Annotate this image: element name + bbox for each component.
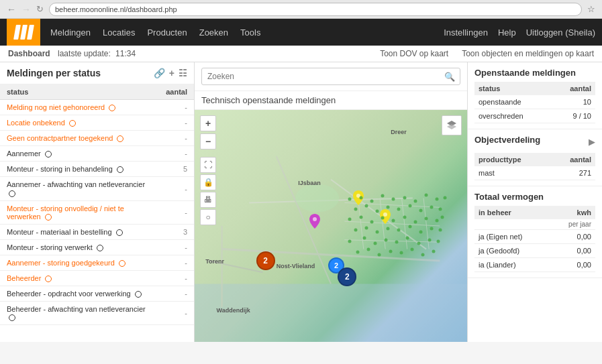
obj-col-aantal: aantal — [551, 153, 595, 166]
map-title: Technisch openstaande meldingen — [195, 91, 467, 110]
toon-objecten-link[interactable]: Toon objecten en meldingen op kaart — [462, 49, 594, 58]
status-label: Aannemer - afwachting van netleverancier — [0, 177, 159, 200]
map-dot — [403, 215, 406, 219]
status-value: 5 — [159, 162, 194, 177]
map-dot — [385, 238, 388, 241]
toon-dov-link[interactable]: Toon DOV op kaart — [380, 49, 448, 58]
status-value: - — [159, 200, 194, 224]
cluster-red[interactable]: 2 — [256, 251, 275, 270]
map-dot — [403, 196, 406, 199]
open-col-status: status — [474, 82, 552, 95]
zoom-out-button[interactable]: − — [200, 133, 216, 149]
map-dot — [354, 207, 357, 210]
nav-right: Instellingen Help Uitloggen (Sheila) — [444, 27, 595, 38]
status-label: Monteur - storing verwerkt — [0, 239, 159, 255]
nav-locaties[interactable]: Locaties — [103, 27, 135, 38]
map-dot — [397, 229, 401, 232]
green-dots-area — [344, 191, 453, 272]
nav-uitloggen[interactable]: Uitloggen (Sheila) — [526, 27, 595, 38]
col-status: status — [0, 84, 159, 100]
table-row: Beheerder - — [0, 270, 194, 286]
svg-marker-16 — [447, 124, 456, 129]
url-input[interactable] — [49, 3, 582, 16]
status-label: Beheerder — [0, 270, 159, 286]
layer-button[interactable] — [442, 115, 462, 135]
refresh-icon[interactable]: ↻ — [36, 4, 44, 14]
status-value: - — [159, 255, 194, 270]
tv-col-in-beheer: in beheer — [474, 206, 559, 219]
map-background: Dreer IJsbaan Torenr Waddendijk Nost-Vli… — [195, 110, 467, 342]
map-dot — [376, 210, 379, 213]
svg-point-17 — [313, 217, 317, 221]
last-update-label: laatste update: — [58, 49, 111, 58]
openstaande-table: status aantal openstaande10overschreden9… — [474, 82, 595, 123]
search-star-icon[interactable]: ☆ — [587, 4, 595, 14]
map-dot — [348, 218, 352, 221]
table-row: ja (Gedoofd)0,00 — [474, 244, 595, 258]
tv-value: 0,00 — [559, 258, 595, 272]
objectverdeling-title: Objectverdeling — [474, 135, 540, 145]
table-row: Aannemer - — [0, 146, 194, 162]
svg-point-7 — [295, 184, 339, 213]
status-label: Aannemer - storing goedgekeurd — [0, 255, 159, 270]
print-button[interactable]: 🖶 — [200, 192, 216, 208]
svg-rect-0 — [195, 284, 467, 343]
map-dot — [359, 215, 362, 219]
map-dot — [367, 248, 370, 251]
table-row: Monteur - storing in behandeling 5 — [0, 162, 194, 177]
map-dot — [397, 207, 401, 210]
map-dot — [362, 237, 366, 240]
link-icon[interactable]: 🔗 — [154, 68, 165, 78]
left-panel-title: Meldingen per status — [7, 68, 101, 78]
status-label: Beheerder - opdracht voor verwerking — [0, 286, 159, 302]
add-icon[interactable]: + — [169, 68, 174, 78]
tv-sub-label: per jaar — [474, 219, 595, 230]
status-value: - — [159, 100, 194, 115]
status-value: - — [159, 270, 194, 286]
map-dot — [430, 227, 434, 230]
map-dot — [425, 194, 428, 197]
left-panel-icons: 🔗 + ☷ — [154, 68, 187, 78]
search-input[interactable] — [201, 68, 460, 85]
map-controls: + − — [200, 115, 216, 149]
last-update-time: 11:34 — [115, 49, 136, 58]
map-dot — [373, 241, 377, 245]
table-row: ja (Eigen net)0,00 — [474, 230, 595, 244]
svg-line-3 — [277, 156, 331, 284]
status-value: - — [159, 177, 194, 200]
table-row: ia (Liander)0,00 — [474, 258, 595, 272]
map-dot — [410, 248, 413, 251]
obj-col-producttype: producttype — [474, 153, 551, 166]
logo-bar-3 — [27, 25, 34, 40]
map-dot — [392, 219, 395, 222]
map-dot — [408, 225, 411, 229]
table-row: Aannemer - storing goedgekeurd - — [0, 255, 194, 270]
top-navigation: Meldingen Locaties Producten Zoeken Tool… — [0, 19, 602, 46]
table-row: Aannemer - afwachting van netleverancier… — [0, 177, 194, 200]
back-icon[interactable]: ← — [7, 4, 16, 15]
zoom-in-button[interactable]: + — [200, 115, 216, 131]
objectverdeling-arrow[interactable]: ▶ — [589, 137, 595, 147]
nav-tools[interactable]: Tools — [240, 27, 260, 38]
map-dot — [387, 227, 390, 230]
table-row: Beheerder - afwachting van netleverancie… — [0, 302, 194, 325]
lock-button[interactable]: 🔒 — [200, 174, 216, 190]
nav-help[interactable]: Help — [498, 27, 516, 38]
nav-zoeken[interactable]: Zoeken — [199, 27, 228, 38]
map-dot — [428, 238, 431, 241]
map-container[interactable]: Dreer IJsbaan Torenr Waddendijk Nost-Vli… — [195, 110, 467, 342]
map-dot — [413, 199, 417, 202]
openstaande-meldingen-section: Openstaande meldingen status aantal open… — [468, 62, 602, 129]
nav-producten[interactable]: Producten — [147, 27, 187, 38]
open-status-label: openstaande — [474, 95, 552, 109]
fullscreen-button[interactable]: ⛶ — [200, 157, 216, 173]
nav-meldingen[interactable]: Meldingen — [50, 27, 91, 38]
grid-icon[interactable]: ☷ — [179, 68, 187, 78]
status-value: - — [159, 115, 194, 131]
subheader-links: Toon DOV op kaart Toon objecten en meldi… — [380, 49, 594, 58]
forward-icon[interactable]: → — [21, 4, 31, 15]
location-button[interactable]: ○ — [200, 209, 216, 225]
right-panel: Openstaande meldingen status aantal open… — [468, 62, 602, 342]
nav-instellingen[interactable]: Instellingen — [444, 27, 488, 38]
map-dot — [356, 250, 359, 253]
